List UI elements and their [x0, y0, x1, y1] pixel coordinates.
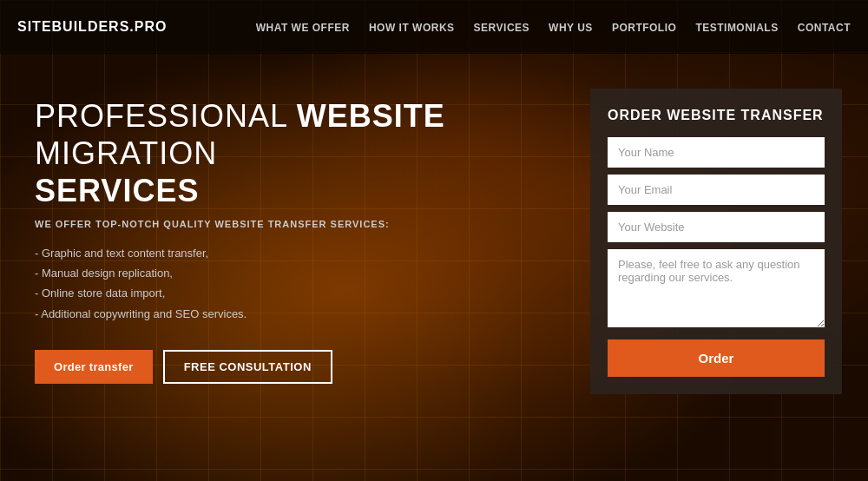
nav-link-what-we-offer[interactable]: WHAT WE OFFER: [256, 22, 350, 34]
main-content: PROFESSIONAL WEBSITE MIGRATION SERVICES …: [0, 54, 868, 394]
list-item-2: - Manual design replication,: [35, 263, 573, 283]
hero-list: - Graphic and text content transfer, - M…: [35, 243, 573, 325]
nav-item-testimonials[interactable]: TESTIMONIALS: [695, 19, 778, 35]
nav-link-portfolio[interactable]: PORTFOLIO: [612, 22, 677, 34]
nav-links: WHAT WE OFFER HOW IT WORKS SERVICES WHY …: [256, 19, 851, 35]
email-input[interactable]: [608, 175, 825, 205]
nav-link-contact[interactable]: CONTACT: [798, 22, 851, 34]
hero-subtitle: WE OFFER TOP-NOTCH QUALITY WEBSITE TRANS…: [35, 219, 573, 229]
nav-link-why-us[interactable]: WHY US: [549, 22, 593, 34]
nav-item-contact[interactable]: CONTACT: [798, 19, 851, 35]
hero-buttons: Order transfer FREE CONSULTATION: [35, 350, 573, 384]
list-item-1: - Graphic and text content transfer,: [35, 243, 573, 263]
nav-link-how-it-works[interactable]: HOW IT WORKS: [369, 22, 455, 34]
hero-title-bold: WEBSITE: [297, 98, 445, 134]
hero-text: PROFESSIONAL WEBSITE MIGRATION SERVICES …: [35, 89, 573, 384]
website-input[interactable]: [608, 212, 825, 242]
order-panel: ORDER WEBSITE TRANSFER Order: [590, 89, 842, 394]
nav-link-services[interactable]: SERVICES: [474, 22, 529, 34]
message-textarea[interactable]: [608, 249, 825, 327]
list-item-3: - Online store data import,: [35, 283, 573, 303]
hero-title: PROFESSIONAL WEBSITE MIGRATION SERVICES: [35, 97, 573, 210]
submit-button[interactable]: Order: [608, 339, 825, 377]
nav-link-testimonials[interactable]: TESTIMONIALS: [695, 22, 778, 34]
hero-title-prefix: PROFESSIONAL: [35, 98, 297, 134]
hero-title-suffix: MIGRATION: [35, 135, 217, 171]
name-input[interactable]: [608, 137, 825, 168]
order-transfer-button[interactable]: Order transfer: [35, 350, 153, 384]
navbar: SITEBUILDERS.PRO WHAT WE OFFER HOW IT WO…: [0, 0, 868, 54]
logo: SITEBUILDERS.PRO: [17, 19, 167, 35]
nav-item-how-it-works[interactable]: HOW IT WORKS: [369, 19, 455, 35]
nav-item-services[interactable]: SERVICES: [474, 19, 529, 35]
order-panel-title: ORDER WEBSITE TRANSFER: [608, 108, 825, 123]
nav-item-why-us[interactable]: WHY US: [549, 19, 593, 35]
hero-title-line2: SERVICES: [35, 173, 199, 208]
free-consultation-button[interactable]: FREE CONSULTATION: [163, 350, 332, 384]
nav-item-what-we-offer[interactable]: WHAT WE OFFER: [256, 19, 350, 35]
nav-item-portfolio[interactable]: PORTFOLIO: [612, 19, 677, 35]
list-item-4: - Additional copywriting and SEO service…: [35, 304, 573, 324]
